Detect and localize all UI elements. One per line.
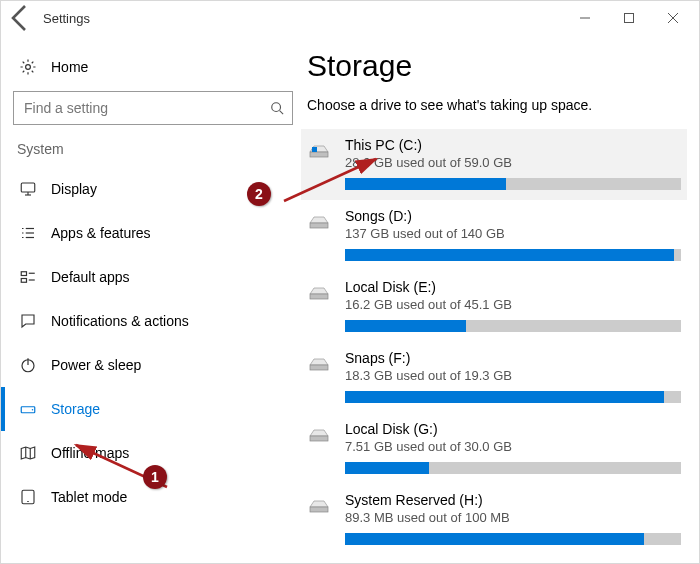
drive-row[interactable]: Songs (D:) 137 GB used out of 140 GB bbox=[301, 200, 687, 271]
sidebar-item-default-apps[interactable]: Default apps bbox=[13, 255, 293, 299]
gear-icon bbox=[19, 58, 37, 76]
drive-row[interactable]: Local Disk (E:) 16.2 GB used out of 45.1… bbox=[301, 271, 687, 342]
hdd-icon bbox=[307, 352, 331, 376]
drive-usage: 28.6 GB used out of 59.0 GB bbox=[345, 155, 681, 170]
svg-rect-16 bbox=[21, 272, 26, 276]
svg-rect-30 bbox=[310, 223, 328, 228]
search-input-container[interactable] bbox=[13, 91, 293, 125]
sidebar-item-label: Storage bbox=[51, 401, 100, 417]
drive-name: Local Disk (G:) bbox=[345, 421, 681, 437]
sidebar-item-power-sleep[interactable]: Power & sleep bbox=[13, 343, 293, 387]
group-header-system: System bbox=[13, 135, 293, 161]
sidebar-item-apps-features[interactable]: Apps & features bbox=[13, 211, 293, 255]
svg-rect-29 bbox=[312, 147, 317, 152]
sidebar-item-label: Default apps bbox=[51, 269, 130, 285]
power-icon bbox=[19, 356, 37, 374]
page-subtitle: Choose a drive to see what's taking up s… bbox=[307, 97, 681, 113]
drive-name: Snaps (F:) bbox=[345, 350, 681, 366]
sidebar-item-label: Offline maps bbox=[51, 445, 129, 461]
minimize-button[interactable] bbox=[563, 2, 607, 34]
drive-name: Songs (D:) bbox=[345, 208, 681, 224]
drive-list: This PC (C:) 28.6 GB used out of 59.0 GB… bbox=[307, 129, 681, 555]
svg-line-6 bbox=[280, 111, 284, 115]
drive-row[interactable]: Local Disk (G:) 7.51 GB used out of 30.0… bbox=[301, 413, 687, 484]
drive-name: System Reserved (H:) bbox=[345, 492, 681, 508]
svg-rect-33 bbox=[310, 436, 328, 441]
search-icon bbox=[270, 101, 284, 115]
page-title: Storage bbox=[307, 49, 681, 83]
svg-rect-7 bbox=[21, 183, 35, 192]
drive-usage-bar bbox=[345, 249, 681, 261]
annotation-badge: 1 bbox=[143, 465, 167, 489]
drive-usage-bar bbox=[345, 533, 681, 545]
sidebar-item-storage[interactable]: Storage bbox=[13, 387, 293, 431]
svg-rect-28 bbox=[310, 152, 328, 157]
home-nav[interactable]: Home bbox=[13, 47, 293, 87]
drive-row[interactable]: System Reserved (H:) 89.3 MB used out of… bbox=[301, 484, 687, 555]
back-button[interactable] bbox=[5, 2, 37, 34]
svg-rect-32 bbox=[310, 365, 328, 370]
titlebar: Settings bbox=[1, 1, 699, 35]
window-title: Settings bbox=[43, 11, 90, 26]
drive-usage: 18.3 GB used out of 19.3 GB bbox=[345, 368, 681, 383]
sidebar-item-label: Power & sleep bbox=[51, 357, 141, 373]
close-button[interactable] bbox=[651, 2, 695, 34]
hdd-icon bbox=[307, 139, 331, 163]
drive-icon bbox=[19, 400, 37, 418]
drive-usage: 89.3 MB used out of 100 MB bbox=[345, 510, 681, 525]
tablet-icon bbox=[19, 488, 37, 506]
close-icon bbox=[668, 13, 678, 23]
sidebar-item-label: Display bbox=[51, 181, 97, 197]
display-icon bbox=[19, 180, 37, 198]
svg-rect-34 bbox=[310, 507, 328, 512]
hdd-icon bbox=[307, 494, 331, 518]
arrow-left-icon bbox=[5, 2, 37, 34]
drive-usage-bar bbox=[345, 391, 681, 403]
svg-point-5 bbox=[272, 103, 281, 112]
hdd-icon bbox=[307, 281, 331, 305]
list-icon bbox=[19, 224, 37, 242]
maximize-icon bbox=[624, 13, 634, 23]
home-label: Home bbox=[51, 59, 88, 75]
maximize-button[interactable] bbox=[607, 2, 651, 34]
annotation-badge: 2 bbox=[247, 182, 271, 206]
sidebar-item-notifications[interactable]: Notifications & actions bbox=[13, 299, 293, 343]
sidebar-item-label: Apps & features bbox=[51, 225, 151, 241]
drive-row[interactable]: Snaps (F:) 18.3 GB used out of 19.3 GB bbox=[301, 342, 687, 413]
drive-usage-bar bbox=[345, 320, 681, 332]
drive-name: Local Disk (E:) bbox=[345, 279, 681, 295]
hdd-icon bbox=[307, 423, 331, 447]
defaults-icon bbox=[19, 268, 37, 286]
minimize-icon bbox=[580, 13, 590, 23]
search-input[interactable] bbox=[22, 99, 270, 117]
drive-row[interactable]: This PC (C:) 28.6 GB used out of 59.0 GB bbox=[301, 129, 687, 200]
main-panel: Storage Choose a drive to see what's tak… bbox=[301, 35, 699, 563]
svg-rect-17 bbox=[21, 279, 26, 283]
drive-usage-bar bbox=[345, 462, 681, 474]
drive-usage: 137 GB used out of 140 GB bbox=[345, 226, 681, 241]
sidebar-item-label: Notifications & actions bbox=[51, 313, 189, 329]
svg-rect-31 bbox=[310, 294, 328, 299]
drive-usage-bar bbox=[345, 178, 681, 190]
comment-icon bbox=[19, 312, 37, 330]
svg-rect-1 bbox=[625, 14, 634, 23]
svg-point-4 bbox=[26, 65, 31, 70]
map-icon bbox=[19, 444, 37, 462]
drive-usage: 16.2 GB used out of 45.1 GB bbox=[345, 297, 681, 312]
drive-name: This PC (C:) bbox=[345, 137, 681, 153]
sidebar-item-label: Tablet mode bbox=[51, 489, 127, 505]
window-controls bbox=[563, 2, 695, 34]
hdd-icon bbox=[307, 210, 331, 234]
svg-point-23 bbox=[32, 409, 34, 411]
drive-usage: 7.51 GB used out of 30.0 GB bbox=[345, 439, 681, 454]
